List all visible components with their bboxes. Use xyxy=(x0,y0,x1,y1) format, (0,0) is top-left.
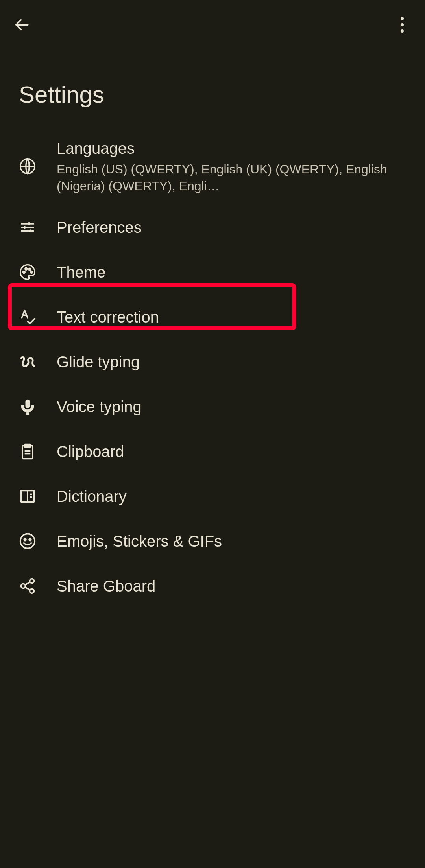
svg-point-25 xyxy=(29,539,31,541)
globe-icon xyxy=(19,158,36,175)
setting-item-share-gboard[interactable]: Share Gboard xyxy=(0,564,425,608)
microphone-icon xyxy=(19,398,36,415)
setting-item-text-correction[interactable]: Text correction xyxy=(0,295,425,339)
setting-label: Languages xyxy=(57,138,406,158)
setting-label: Dictionary xyxy=(57,486,406,507)
more-icon xyxy=(401,17,404,20)
share-icon xyxy=(19,577,36,595)
setting-item-preferences[interactable]: Preferences xyxy=(0,205,425,250)
svg-point-26 xyxy=(30,579,34,583)
palette-icon xyxy=(19,264,36,281)
page-title: Settings xyxy=(0,50,425,128)
back-button[interactable] xyxy=(12,15,31,35)
setting-item-glide-typing[interactable]: Glide typing xyxy=(0,339,425,384)
setting-label: Preferences xyxy=(57,217,406,238)
svg-point-12 xyxy=(31,271,33,273)
svg-point-27 xyxy=(21,584,26,588)
setting-item-theme[interactable]: Theme xyxy=(0,250,425,295)
book-icon xyxy=(19,488,36,505)
svg-point-9 xyxy=(23,271,25,273)
arrow-left-icon xyxy=(13,17,30,33)
svg-point-28 xyxy=(30,589,34,593)
setting-item-voice-typing[interactable]: Voice typing xyxy=(0,384,425,429)
svg-line-29 xyxy=(25,582,30,585)
setting-item-languages[interactable]: Languages English (US) (QWERTY), English… xyxy=(0,128,425,205)
setting-label: Text correction xyxy=(57,307,406,327)
svg-point-10 xyxy=(25,268,27,270)
svg-point-23 xyxy=(20,534,35,549)
spellcheck-icon xyxy=(19,308,36,326)
setting-label: Share Gboard xyxy=(57,576,406,596)
gesture-icon xyxy=(19,353,36,370)
setting-item-clipboard[interactable]: Clipboard xyxy=(0,429,425,474)
svg-point-24 xyxy=(24,539,26,541)
clipboard-icon xyxy=(19,443,36,460)
emoji-icon xyxy=(19,533,36,550)
setting-item-emojis[interactable]: Emojis, Stickers & GIFs xyxy=(0,519,425,564)
setting-label: Voice typing xyxy=(57,396,406,417)
svg-point-11 xyxy=(29,268,31,270)
setting-label: Clipboard xyxy=(57,441,406,462)
sliders-icon xyxy=(19,219,36,236)
setting-description: English (US) (QWERTY), English (UK) (QWE… xyxy=(57,161,406,195)
setting-label: Theme xyxy=(57,262,406,282)
setting-label: Emojis, Stickers & GIFs xyxy=(57,531,406,551)
setting-item-dictionary[interactable]: Dictionary xyxy=(0,474,425,519)
settings-list: Languages English (US) (QWERTY), English… xyxy=(0,128,425,608)
setting-label: Glide typing xyxy=(57,352,406,372)
svg-rect-16 xyxy=(25,444,31,447)
more-options-button[interactable] xyxy=(394,17,410,33)
svg-line-30 xyxy=(25,587,30,590)
